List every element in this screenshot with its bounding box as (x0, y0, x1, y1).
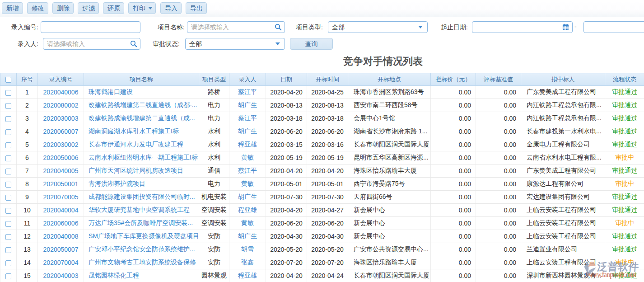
row-checkbox[interactable] (5, 208, 11, 214)
column-header-2[interactable]: 录入编号 (38, 73, 84, 86)
name-link[interactable]: 改建铁路成渝线增建第二直通线（成... (89, 114, 195, 122)
code-link[interactable]: 2020070004 (43, 259, 79, 266)
row-checkbox[interactable] (5, 195, 11, 201)
status-badge[interactable]: 审批通过 (605, 191, 644, 204)
search-icon[interactable] (130, 40, 137, 47)
select-all-checkbox[interactable] (5, 77, 11, 83)
row-checkbox[interactable] (5, 90, 11, 96)
column-header-6[interactable]: 日期 (266, 73, 307, 86)
query-button[interactable]: 查询 (290, 38, 333, 50)
search-icon[interactable] (275, 24, 282, 31)
row-checkbox[interactable] (5, 260, 11, 266)
person-link[interactable]: 胡广生 (238, 193, 257, 200)
name-link[interactable]: 晟铭园林绿化工程 (89, 272, 139, 279)
person-link[interactable]: 蔡江平 (238, 114, 257, 122)
column-header-4[interactable]: 项目类型 (199, 73, 229, 86)
person-link[interactable]: 蔡江平 (238, 88, 257, 95)
person-link[interactable]: 程亚雄 (238, 141, 257, 148)
status-badge[interactable]: 审批通过 (605, 99, 644, 112)
code-link[interactable]: 2020030002 (43, 141, 79, 148)
code-link[interactable]: 2020040005 (43, 167, 79, 174)
name-link[interactable]: 广安邓小平纪念馆安全防范系统维护... (89, 245, 195, 253)
person-link[interactable]: 胡广生 (238, 101, 257, 108)
name-link[interactable]: 广州市文物考古工地安防系统设备保修 (89, 258, 196, 266)
row-checkbox[interactable] (5, 273, 11, 279)
name-link[interactable]: 成都能源建设集团投资有限公司临时... (89, 193, 195, 200)
code-link[interactable]: 2020050007 (43, 246, 79, 253)
person-link[interactable]: 黄敏 (241, 180, 254, 187)
person-link[interactable]: 程亚雄 (238, 206, 257, 213)
entry-person-input[interactable] (43, 38, 140, 50)
name-link[interactable]: 长春市伊通河水力发电厂改建工程 (89, 141, 183, 148)
toolbar-button-5[interactable]: 还原 (103, 2, 124, 14)
code-link[interactable]: 2020070005 (43, 193, 79, 201)
person-link[interactable]: 胡雪 (241, 245, 254, 253)
code-link[interactable]: 2020030003 (43, 115, 79, 122)
approval-status-select[interactable]: 全部 (185, 38, 285, 50)
toolbar-button-2[interactable]: 修改 (27, 2, 48, 14)
column-header-1[interactable]: 序号 (17, 73, 38, 86)
status-badge[interactable]: 审批通过 (605, 138, 644, 151)
status-badge[interactable]: 审批通过 (605, 243, 644, 256)
status-badge[interactable]: 审批通过 (605, 230, 644, 243)
status-badge[interactable]: 审批通过 (605, 204, 644, 217)
person-link[interactable]: 胡广生 (238, 232, 257, 240)
name-link[interactable]: 改建铁路线增建第二线直通线（成都-... (89, 101, 197, 108)
toolbar-button-1[interactable]: 新增 (2, 2, 23, 14)
project-type-select[interactable]: 全部 (328, 21, 428, 33)
column-header-10[interactable]: 评标基准值 (476, 73, 521, 86)
row-checkbox[interactable] (5, 169, 11, 174)
date-start-input[interactable] (472, 21, 573, 33)
name-link[interactable]: SM广场地下车库更换摄像机及硬盘项目 (89, 232, 199, 240)
column-header-5[interactable]: 录入人 (229, 73, 266, 86)
project-name-input[interactable] (187, 21, 285, 33)
row-checkbox[interactable] (5, 234, 11, 240)
column-header-12[interactable]: 流程状态 (605, 73, 644, 86)
toolbar-button-3[interactable]: 删除 (52, 2, 74, 14)
column-header-8[interactable]: 开标地点 (348, 73, 431, 86)
name-link[interactable]: 广州市天河区统计局机房改造项目 (89, 167, 183, 174)
status-badge[interactable]: 审批中 (605, 151, 644, 164)
code-link[interactable]: 2020080002 (43, 102, 79, 109)
name-link[interactable]: 珠海鹤港口建设 (89, 88, 133, 95)
column-header-3[interactable]: 项目名称 (84, 73, 199, 86)
entry-code-input[interactable] (41, 21, 140, 33)
name-link[interactable]: 湖南洞庭湖水库引水工程施工I标 (89, 127, 179, 135)
name-link[interactable]: 万达广场35#会所及咖啡厅空调安装... (89, 219, 193, 226)
person-link[interactable]: 黄敏 (241, 219, 254, 226)
code-link[interactable]: 2020040003 (43, 272, 79, 279)
row-checkbox[interactable] (5, 221, 11, 227)
code-link[interactable]: 2020040004 (43, 207, 79, 214)
person-link[interactable]: 蔡江平 (238, 167, 257, 174)
code-link[interactable]: 2020050006 (43, 154, 79, 161)
toolbar-button-8[interactable]: 导出 (186, 2, 207, 14)
toolbar-button-6[interactable]: 打印 (128, 2, 156, 14)
code-link[interactable]: 2020060007 (43, 128, 79, 135)
row-checkbox[interactable] (5, 247, 11, 253)
name-link[interactable]: 华软大厦研究基地中央空调系统工程 (89, 206, 190, 213)
row-checkbox[interactable] (5, 103, 11, 109)
calendar-icon[interactable] (562, 24, 569, 31)
status-badge[interactable]: 审批中 (605, 217, 644, 230)
row-checkbox[interactable] (5, 142, 11, 148)
person-link[interactable]: 黄敏 (241, 154, 254, 161)
row-checkbox[interactable] (5, 116, 11, 122)
code-link[interactable]: 2020040008 (43, 233, 79, 240)
person-link[interactable]: 胡广生 (238, 127, 257, 135)
code-link[interactable]: 2020060006 (43, 220, 79, 227)
code-link[interactable]: 2020050001 (43, 180, 79, 188)
status-badge[interactable]: 审批中 (605, 178, 644, 191)
code-link[interactable]: 2020040006 (43, 89, 79, 96)
name-link[interactable]: 青海洪湖养护院项目 (89, 180, 145, 187)
row-checkbox[interactable] (5, 182, 11, 188)
status-badge[interactable]: 审批通过 (605, 112, 644, 125)
person-link[interactable]: 程亚雄 (238, 272, 257, 279)
person-link[interactable]: 张鑫 (241, 258, 254, 266)
status-badge[interactable]: 审批通过 (605, 125, 644, 138)
status-badge[interactable]: 审批通过 (605, 164, 644, 178)
column-header-7[interactable]: 开标时间 (307, 73, 348, 86)
status-badge[interactable]: 审批通过 (605, 86, 644, 99)
toolbar-button-7[interactable]: 导入 (160, 2, 182, 14)
row-checkbox[interactable] (5, 129, 11, 135)
column-header-11[interactable]: 拟中标人 (521, 73, 605, 86)
